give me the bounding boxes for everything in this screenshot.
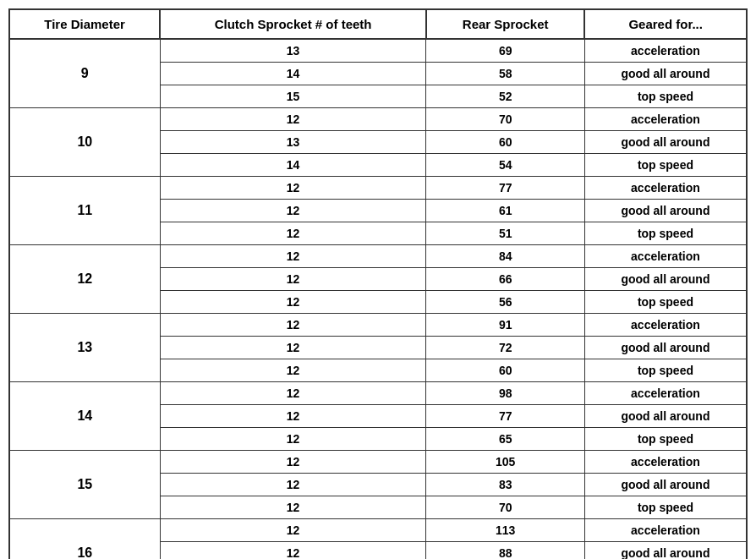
geared-for-cell: good all around [584,337,747,359]
geared-for-cell: top speed [584,359,747,382]
geared-for-cell: acceleration [584,39,747,63]
geared-for-cell: acceleration [584,108,747,131]
clutch-sprocket-cell: 12 [160,268,426,291]
header-clutch-sprocket: Clutch Sprocket # of teeth [160,9,426,39]
rear-sprocket-cell: 60 [426,131,584,154]
rear-sprocket-cell: 84 [426,245,584,268]
table-row: 121284acceleration [9,245,747,268]
geared-for-cell: top speed [584,85,747,108]
sprocket-table: Tire Diameter Clutch Sprocket # of teeth… [8,8,748,559]
tire-diameter-cell: 16 [9,519,160,560]
geared-for-cell: good all around [584,63,747,85]
table-row: 1512105acceleration [9,451,747,474]
rear-sprocket-cell: 105 [426,451,584,474]
header-rear-sprocket: Rear Sprocket [426,9,584,39]
geared-for-cell: top speed [584,154,747,177]
table-row: 141298acceleration [9,382,747,405]
clutch-sprocket-cell: 12 [160,200,426,222]
clutch-sprocket-cell: 12 [160,177,426,200]
table-row: 111277acceleration [9,177,747,200]
geared-for-cell: good all around [584,268,747,291]
rear-sprocket-cell: 69 [426,39,584,63]
tire-diameter-cell: 14 [9,382,160,451]
table-row: 91369acceleration [9,39,747,63]
rear-sprocket-cell: 113 [426,519,584,542]
rear-sprocket-cell: 70 [426,108,584,131]
rear-sprocket-cell: 72 [426,337,584,359]
rear-sprocket-cell: 61 [426,200,584,222]
tire-diameter-cell: 12 [9,245,160,314]
clutch-sprocket-cell: 12 [160,496,426,519]
geared-for-cell: top speed [584,291,747,314]
header-tire-diameter: Tire Diameter [9,9,160,39]
clutch-sprocket-cell: 12 [160,222,426,245]
rear-sprocket-cell: 66 [426,268,584,291]
clutch-sprocket-cell: 12 [160,245,426,268]
tire-diameter-cell: 15 [9,451,160,519]
geared-for-cell: top speed [584,496,747,519]
geared-for-cell: acceleration [584,245,747,268]
rear-sprocket-cell: 77 [426,177,584,200]
clutch-sprocket-cell: 12 [160,405,426,428]
rear-sprocket-cell: 98 [426,382,584,405]
rear-sprocket-cell: 91 [426,314,584,337]
table-row: 1612113acceleration [9,519,747,542]
rear-sprocket-cell: 51 [426,222,584,245]
rear-sprocket-cell: 56 [426,291,584,314]
table-row: 131291acceleration [9,314,747,337]
rear-sprocket-cell: 70 [426,496,584,519]
clutch-sprocket-cell: 15 [160,85,426,108]
clutch-sprocket-cell: 12 [160,291,426,314]
tire-diameter-cell: 13 [9,314,160,382]
geared-for-cell: acceleration [584,519,747,542]
rear-sprocket-cell: 83 [426,474,584,496]
clutch-sprocket-cell: 14 [160,63,426,85]
tire-diameter-cell: 11 [9,177,160,245]
geared-for-cell: acceleration [584,314,747,337]
geared-for-cell: good all around [584,405,747,428]
geared-for-cell: good all around [584,542,747,560]
geared-for-cell: top speed [584,222,747,245]
geared-for-cell: good all around [584,200,747,222]
rear-sprocket-cell: 52 [426,85,584,108]
clutch-sprocket-cell: 12 [160,108,426,131]
clutch-sprocket-cell: 12 [160,359,426,382]
geared-for-cell: good all around [584,131,747,154]
rear-sprocket-cell: 88 [426,542,584,560]
clutch-sprocket-cell: 12 [160,519,426,542]
rear-sprocket-cell: 60 [426,359,584,382]
rear-sprocket-cell: 77 [426,405,584,428]
clutch-sprocket-cell: 13 [160,131,426,154]
rear-sprocket-cell: 54 [426,154,584,177]
clutch-sprocket-cell: 12 [160,382,426,405]
clutch-sprocket-cell: 12 [160,314,426,337]
geared-for-cell: acceleration [584,382,747,405]
table-row: 101270acceleration [9,108,747,131]
rear-sprocket-cell: 65 [426,428,584,451]
tire-diameter-cell: 9 [9,39,160,108]
geared-for-cell: good all around [584,474,747,496]
clutch-sprocket-cell: 12 [160,542,426,560]
clutch-sprocket-cell: 13 [160,39,426,63]
clutch-sprocket-cell: 12 [160,474,426,496]
tire-diameter-cell: 10 [9,108,160,177]
clutch-sprocket-cell: 14 [160,154,426,177]
geared-for-cell: top speed [584,428,747,451]
clutch-sprocket-cell: 12 [160,428,426,451]
clutch-sprocket-cell: 12 [160,451,426,474]
geared-for-cell: acceleration [584,451,747,474]
clutch-sprocket-cell: 12 [160,337,426,359]
header-geared-for: Geared for... [584,9,747,39]
rear-sprocket-cell: 58 [426,63,584,85]
geared-for-cell: acceleration [584,177,747,200]
